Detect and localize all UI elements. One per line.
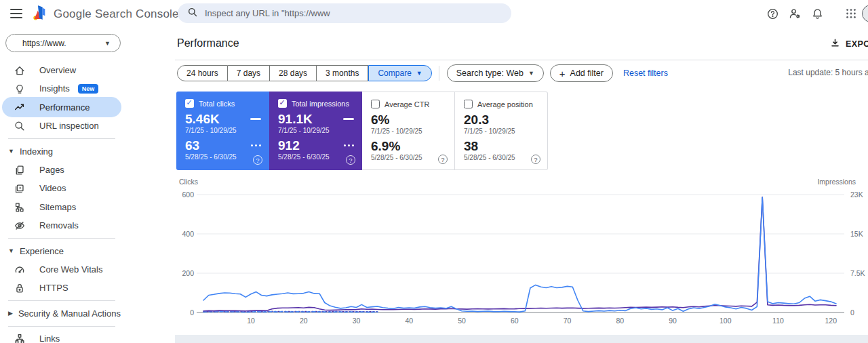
checkbox-checked[interactable]	[185, 99, 194, 108]
sidebar-divider	[8, 300, 115, 301]
svg-text:Clicks: Clicks	[179, 178, 198, 186]
reset-filters-link[interactable]: Reset filters	[623, 68, 668, 78]
svg-text:120: 120	[825, 317, 837, 325]
dotted-line-indicator	[344, 144, 355, 147]
plus-icon: +	[559, 68, 566, 79]
metric-cards: Total clicks 5.46K 7/1/25 - 10/29/25 63 …	[176, 92, 548, 170]
checkbox-checked[interactable]	[278, 99, 287, 108]
range-24-hours[interactable]: 24 hours	[177, 65, 228, 81]
help-icon[interactable]: ?	[346, 155, 355, 165]
new-badge: New	[78, 84, 99, 94]
home-icon	[14, 64, 26, 77]
svg-text:100: 100	[719, 317, 732, 325]
dotted-line-indicator	[251, 144, 262, 147]
app-title: Google Search Console	[54, 7, 179, 21]
chevron-down-icon: ▼	[8, 148, 14, 155]
sidebar-item-overview[interactable]: Overview	[0, 61, 175, 79]
range-28-days[interactable]: 28 days	[270, 65, 317, 81]
sidebar-item-url-inspection[interactable]: URL inspection	[0, 117, 175, 135]
sidebar-divider	[8, 138, 115, 139]
sidebar-item-links[interactable]: Links	[0, 329, 175, 343]
svg-text:0: 0	[190, 308, 194, 317]
gauge-icon	[14, 264, 26, 276]
chevron-down-icon: ▼	[8, 247, 14, 254]
performance-trend-icon	[14, 101, 26, 113]
section-indexing[interactable]: ▼ Indexing	[8, 143, 164, 159]
sidebar: https://www. ▼ Overview Insights New Per…	[0, 27, 175, 343]
svg-text:600: 600	[182, 190, 194, 199]
video-icon	[14, 182, 26, 195]
solid-line-indicator	[250, 118, 261, 120]
property-label: https://www.	[22, 39, 66, 48]
solid-line-indicator	[343, 118, 354, 120]
section-experience[interactable]: ▼ Experience	[8, 243, 164, 259]
search-console-logo-icon	[31, 4, 48, 24]
sidebar-item-performance[interactable]: Performance	[2, 97, 121, 117]
checkbox-unchecked[interactable]	[464, 100, 473, 108]
performance-chart[interactable]: 60023K40015K2007.5K00ClicksImpressions10…	[175, 175, 868, 335]
chevron-right-icon: ▶	[8, 310, 13, 317]
card-total-impressions[interactable]: Total impressions 91.1K 7/1/25 - 10/29/2…	[269, 92, 362, 170]
account-avatar[interactable]	[862, 5, 868, 22]
section-security-manual-actions[interactable]: ▶ Security & Manual Actions	[8, 305, 164, 321]
sidebar-item-https[interactable]: HTTPS	[0, 279, 175, 297]
main-content: Performance EXPORT 24 hours 7 days 28 da…	[175, 27, 868, 343]
hamburger-menu-icon[interactable]	[10, 9, 22, 18]
svg-text:90: 90	[669, 317, 677, 325]
chevron-down-icon: ▼	[104, 40, 111, 47]
last-update-text: Last update: 5 hours ago	[788, 68, 868, 77]
svg-text:80: 80	[616, 317, 624, 325]
search-icon	[187, 7, 198, 20]
sidebar-item-core-web-vitals[interactable]: Core Web Vitals	[0, 260, 175, 279]
property-selector[interactable]: https://www. ▼	[5, 34, 121, 52]
svg-text:40: 40	[405, 317, 413, 325]
svg-text:110: 110	[772, 317, 784, 325]
page-title: Performance	[177, 37, 239, 49]
svg-text:60: 60	[511, 317, 519, 325]
sidebar-item-removals[interactable]: Removals	[0, 216, 175, 235]
sitemap-icon	[14, 201, 26, 214]
notifications-bell-icon[interactable]	[809, 5, 825, 22]
svg-text:15K: 15K	[850, 230, 863, 238]
sidebar-divider	[8, 326, 115, 327]
sidebar-item-pages[interactable]: Pages	[0, 161, 175, 179]
url-inspect-searchbar[interactable]	[178, 3, 511, 23]
magnifier-icon	[14, 120, 26, 132]
top-app-bar: Google Search Console	[0, 0, 868, 27]
svg-text:50: 50	[458, 317, 466, 325]
export-button[interactable]: EXPORT	[830, 38, 868, 50]
app-logo[interactable]: Google Search Console	[31, 4, 179, 24]
help-icon[interactable]: ?	[531, 155, 540, 164]
help-icon[interactable]	[764, 5, 781, 22]
range-7-days[interactable]: 7 days	[228, 65, 270, 81]
google-apps-grid-icon[interactable]	[843, 5, 859, 22]
sidebar-item-insights[interactable]: Insights New	[0, 79, 175, 98]
svg-text:0: 0	[850, 308, 854, 317]
add-filter-button[interactable]: + Add filter	[550, 64, 613, 82]
checkbox-unchecked[interactable]	[371, 100, 380, 108]
lightbulb-icon	[14, 83, 26, 95]
help-icon[interactable]: ?	[253, 155, 262, 165]
eye-off-icon	[14, 220, 26, 232]
svg-text:400: 400	[182, 230, 194, 238]
card-average-ctr[interactable]: Average CTR 6% 7/1/25 - 10/29/25 6.9% 5/…	[362, 92, 455, 170]
chevron-down-icon: ▼	[416, 66, 422, 81]
svg-text:30: 30	[353, 317, 361, 325]
sidebar-item-videos[interactable]: Videos	[0, 179, 175, 197]
sidebar-divider	[8, 238, 115, 239]
user-settings-icon[interactable]	[787, 5, 803, 22]
svg-text:7.5K: 7.5K	[850, 269, 865, 277]
lock-icon	[14, 282, 26, 294]
card-total-clicks[interactable]: Total clicks 5.46K 7/1/25 - 10/29/25 63 …	[176, 92, 269, 170]
card-average-position[interactable]: Average position 20.3 7/1/25 - 10/29/25 …	[455, 92, 548, 170]
help-icon[interactable]: ?	[438, 155, 448, 164]
chevron-down-icon: ▼	[528, 70, 534, 77]
compare-button[interactable]: Compare ▼	[368, 65, 431, 81]
toolbar-divider	[439, 66, 439, 81]
range-3-months[interactable]: 3 months	[317, 65, 368, 81]
url-inspect-input[interactable]	[205, 8, 502, 18]
svg-text:23K: 23K	[850, 190, 863, 199]
pages-icon	[14, 164, 26, 176]
sidebar-item-sitemaps[interactable]: Sitemaps	[0, 198, 175, 216]
search-type-filter[interactable]: Search type: Web ▼	[447, 64, 544, 82]
